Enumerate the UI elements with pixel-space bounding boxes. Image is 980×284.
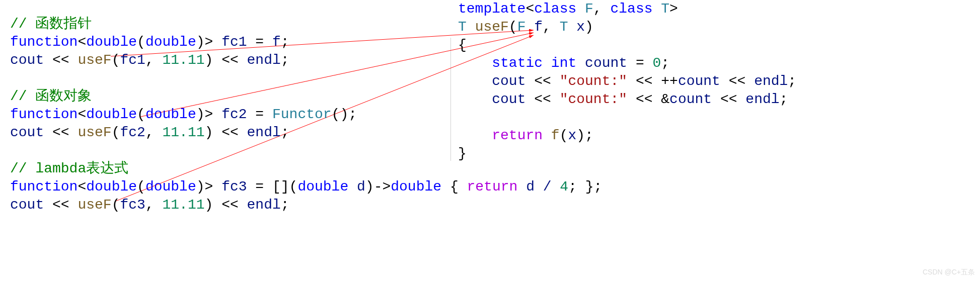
code-line: template<class F, class T> — [458, 0, 796, 18]
code-line: T useF(F f, T x) — [458, 18, 796, 36]
right-code-block: template<class F, class T> T useF(F f, T… — [458, 0, 796, 163]
code-diagram: // 函数指针 function<double(double)> fc1 = f… — [0, 0, 980, 284]
code-line: static int count = 0; — [458, 54, 796, 72]
blank-line — [458, 109, 796, 127]
code-line: cout << "count:" << &count << endl; — [458, 90, 796, 109]
code-line: } — [458, 145, 796, 163]
code-line: return f(x); — [458, 127, 796, 145]
watermark: CSDN @C+五条 — [923, 263, 975, 281]
code-line: { — [458, 36, 796, 54]
code-line: cout << "count:" << ++count << endl; — [458, 72, 796, 90]
code-line: cout << useF(fc3, 11.11) << endl; — [10, 196, 602, 214]
code-line: function<double(double)> fc3 = [](double… — [10, 178, 602, 196]
